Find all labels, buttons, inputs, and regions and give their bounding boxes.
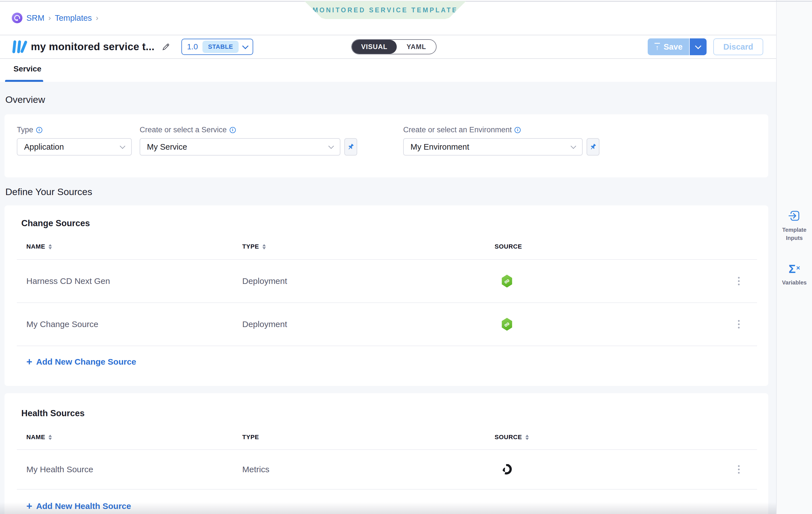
page-title: my monitored service t... [31,41,154,53]
version-status-chip: STABLE [202,41,239,53]
type-select[interactable]: Application [17,138,132,155]
tab-bar: Service [0,59,776,82]
environment-label: Create or select an Environment [403,126,512,134]
environment-pin-button[interactable] [586,138,600,155]
kebab-menu-icon[interactable] [736,319,741,330]
define-sources-heading: Define Your Sources [5,187,776,196]
table-row[interactable]: My Health Source Metrics [21,450,757,489]
health-source-type: Metrics [242,465,495,474]
kebab-menu-icon[interactable] [736,275,741,287]
breadcrumb-separator: › [96,14,98,23]
environment-select[interactable]: My Environment [403,138,583,155]
environment-field: Create or select an Environment i My Env… [403,126,600,155]
template-library-icon [12,39,26,54]
service-select[interactable]: My Service [140,138,340,155]
change-sources-card: Change Sources NAME TYPE SOURCE [4,206,768,386]
sort-icon [49,435,52,440]
toggle-visual[interactable]: VISUAL [352,40,397,54]
add-new-change-source-button[interactable]: + Add New Change Source [26,357,136,367]
change-source-name: Harness CD Next Gen [26,276,242,286]
add-new-health-source-button[interactable]: + Add New Health Source [26,502,131,511]
save-upload-icon: ↑ [655,43,660,51]
change-sources-title: Change Sources [21,218,757,229]
table-row[interactable]: Harness CD Next Gen Deployment ∞ [21,260,757,302]
main-column: SRM › Templates › my monitored service t… [0,0,776,514]
variables-button[interactable]: Σ × Variables [779,263,810,287]
breadcrumb-srm-link[interactable]: SRM [26,13,44,23]
sort-icon [525,435,529,440]
sort-icon [49,244,52,249]
breadcrumb-separator: › [48,14,51,23]
visual-yaml-toggle: VISUAL YAML [351,39,437,54]
chevron-down-icon [242,43,249,49]
template-inputs-label: Template Inputs [779,226,810,242]
version-selector[interactable]: 1.0 STABLE [181,39,253,55]
appdynamics-source-icon [501,464,512,475]
column-header-source: SOURCE [495,243,736,250]
plus-icon: + [26,502,32,510]
harness-cd-source-icon: ∞ [501,318,513,331]
column-header-name[interactable]: NAME [26,243,242,250]
info-icon[interactable]: i [515,127,521,133]
service-field: Create or select a Service i My Service [140,126,357,155]
health-sources-header-row: NAME TYPE SOURCE [21,425,757,449]
chevron-down-icon [328,143,334,149]
breadcrumb-templates-link[interactable]: Templates [55,13,92,23]
change-source-type: Deployment [242,276,495,286]
column-header-type[interactable]: TYPE [242,243,495,250]
column-header-name[interactable]: NAME [26,433,242,441]
column-header-type: TYPE [242,433,495,441]
harness-cd-source-icon: ∞ [501,275,513,288]
service-pin-button[interactable] [344,138,357,155]
variables-icon: Σ × [788,263,800,275]
kebab-menu-icon[interactable] [736,463,741,475]
info-icon[interactable]: i [36,127,42,133]
template-type-badge-label: MONITORED SERVICE TEMPLATE [313,6,458,14]
table-row[interactable]: My Change Source Deployment ∞ [21,303,757,345]
edit-title-button[interactable] [161,41,171,52]
template-inputs-icon [788,209,801,222]
version-number: 1.0 [187,42,198,51]
type-select-value: Application [24,142,64,152]
health-sources-title: Health Sources [21,409,757,418]
pin-icon [347,143,354,151]
info-icon[interactable]: i [230,127,236,133]
chevron-down-icon [695,43,701,49]
chevron-down-icon [120,143,125,149]
overview-heading: Overview [5,95,776,104]
tab-service[interactable]: Service [13,64,41,73]
template-inputs-button[interactable]: Template Inputs [779,209,810,242]
environment-select-value: My Environment [410,142,469,152]
type-label: Type [17,126,33,134]
active-tab-underline [5,80,43,82]
change-source-name: My Change Source [26,320,242,329]
chevron-down-icon [571,143,576,149]
template-type-badge: MONITORED SERVICE TEMPLATE [304,1,466,19]
srm-logo-icon [12,12,23,23]
overview-card: Type i Application Create or select a Se… [4,114,768,177]
save-button-label: Save [664,42,683,52]
content-area: Overview Type i Application [0,82,776,514]
service-label: Create or select a Service [140,126,227,134]
service-select-value: My Service [147,142,187,152]
toggle-yaml[interactable]: YAML [397,40,436,54]
change-sources-header-row: NAME TYPE SOURCE [21,234,757,259]
pin-icon [589,143,597,151]
column-header-source[interactable]: SOURCE [495,433,736,441]
monitored-service-template-page: MONITORED SERVICE TEMPLATE SRM › Templat… [0,0,812,514]
sort-icon [262,244,266,249]
save-button[interactable]: ↑ Save [648,38,689,55]
header-actions: ↑ Save Discard [648,38,763,55]
variables-label: Variables [782,279,807,287]
save-options-button[interactable] [689,38,706,55]
right-rail: Template Inputs Σ × Variables [776,0,812,514]
discard-button[interactable]: Discard [713,38,763,55]
health-sources-card: Health Sources NAME TYPE SOURCE [4,393,768,514]
edit-pencil-icon [162,42,170,51]
plus-icon: + [26,358,32,366]
health-source-name: My Health Source [26,465,242,474]
type-field: Type i Application [17,126,132,155]
title-bar: my monitored service t... 1.0 STABLE VIS… [0,35,776,59]
change-source-type: Deployment [242,320,495,329]
